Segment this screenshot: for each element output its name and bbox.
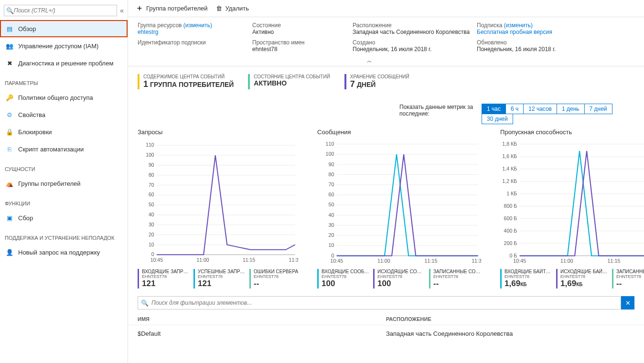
nav-label: Управление доступом (IAM) — [18, 43, 98, 50]
legend-label: ИСХОДЯЩИЕ БАЙТЫ (... — [560, 269, 608, 274]
collapse-essentials-icon[interactable]: ︽ — [138, 57, 601, 64]
trash-icon: 🗑 — [216, 5, 222, 12]
svg-text:1,6 КБ: 1,6 КБ — [502, 153, 517, 159]
diagnose-icon: ✖ — [6, 59, 13, 67]
filter-input-box[interactable]: 🔍 — [138, 296, 621, 310]
timespan-30d[interactable]: 30 дней — [482, 114, 513, 124]
svg-text:600 Б: 600 Б — [504, 215, 517, 221]
legend-value: -- — [254, 279, 298, 288]
svg-text:60: 60 — [329, 192, 334, 197]
nav-diagnose[interactable]: ✖ Диагностика и решение проблем — [0, 54, 128, 72]
legend-value: 100 — [377, 279, 425, 288]
legend-sub: EHNTEST78 — [616, 274, 644, 279]
nav-iam[interactable]: 👥 Управление доступом (IAM) — [0, 37, 128, 54]
chart-requests-svg[interactable]: 010203040506070809010011010:4511:0011:15… — [138, 140, 298, 265]
col-name[interactable]: ИМЯ — [138, 316, 386, 322]
rg-value[interactable]: ehtestrg — [138, 29, 247, 35]
consumer-groups-icon: ⛺ — [6, 180, 13, 187]
timespan-6h[interactable]: 6 ч — [505, 104, 524, 114]
subn-value[interactable]: Бесплатная пробная версия — [477, 29, 601, 35]
change-sub-link[interactable]: (изменить) — [504, 22, 533, 29]
legend-item: ЗАПИСАННЫЕ БАЙТЫ EHNTEST78 -- — [612, 269, 644, 288]
add-consumer-group-button[interactable]: ＋ Группа потребителей — [136, 3, 207, 13]
created-label: Создано — [353, 39, 472, 46]
legend-value: 100 — [322, 279, 369, 288]
svg-text:11:00: 11:00 — [560, 258, 573, 264]
legend-label: ЗАПИСАННЫЕ БАЙТЫ — [616, 269, 644, 274]
rg-label: Группа ресурсов (изменить) — [138, 22, 247, 29]
legend-value: 121 — [198, 279, 246, 288]
chart-requests: Запросы 010203040506070809010011010:4511… — [138, 128, 298, 288]
table-row[interactable]: $Default Западная часть Соединенного Кор… — [128, 325, 644, 342]
nav-properties[interactable]: ⚙ Свойства — [0, 106, 128, 123]
svg-text:11:15: 11:15 — [425, 258, 438, 264]
svg-text:50: 50 — [149, 202, 154, 207]
legend-value: 121 — [142, 279, 190, 288]
filter-clear-button[interactable]: ✕ — [621, 296, 634, 310]
svg-text:40: 40 — [149, 212, 154, 217]
legend-label: ИСХОДЯЩИЕ СООБЩЕ... — [377, 269, 425, 274]
iam-icon: 👥 — [6, 42, 13, 50]
chart-messages-svg[interactable]: 010203040506070809010011010:4511:0011:15… — [317, 140, 481, 265]
key-icon: 🔑 — [6, 94, 13, 101]
timespan-1d[interactable]: 1 день — [557, 104, 585, 114]
nav-label: Политики общего доступа — [18, 94, 93, 101]
created-value: Понедельник, 16 июля 2018 г. — [353, 46, 472, 53]
chart-title: Пропускная способность — [500, 128, 644, 136]
sidebar-search-input[interactable] — [14, 7, 115, 14]
change-rg-link[interactable]: (изменить) — [183, 22, 212, 29]
overview-icon: ▤ — [6, 25, 13, 32]
legend-item: УСПЕШНЫЕ ЗАПРОСЫ EHNTEST78 121 — [193, 269, 246, 288]
nav-overview[interactable]: ▤ Обзор — [0, 20, 128, 37]
collapse-sidebar-icon[interactable]: « — [120, 7, 124, 14]
legend-item: ИСХОДЯЩИЕ БАЙТЫ (... EHNTEST78 1,69КБ — [556, 269, 608, 288]
svg-text:40: 40 — [329, 212, 334, 218]
col-location[interactable]: РАСПОЛОЖЕНИЕ — [386, 316, 431, 322]
svg-text:11:15: 11:15 — [608, 258, 621, 264]
svg-text:0 Б: 0 Б — [509, 253, 517, 258]
svg-text:100: 100 — [326, 151, 334, 157]
svg-text:11:30: 11:30 — [289, 257, 298, 263]
timespan-7d[interactable]: 7 дней — [584, 104, 612, 114]
legend-label: ВХОДЯЩИЕ БАЙТЫ (... — [504, 269, 552, 274]
nav-consumer-groups[interactable]: ⛺ Группы потребителей — [0, 175, 128, 192]
nav-label: Диагностика и решение проблем — [18, 60, 113, 67]
svg-text:70: 70 — [329, 182, 334, 187]
nav-shared-access[interactable]: 🔑 Политики общего доступа — [0, 89, 128, 106]
section-support: ПОДДЕРЖКА И УСТРАНЕНИЕ НЕПОЛАДОК — [0, 226, 128, 244]
timespan-label: Показать данные метрик за последние: — [399, 104, 476, 117]
legend-sub: EHNTEST78 — [433, 274, 481, 279]
state-value: Активно — [252, 29, 348, 35]
svg-text:100: 100 — [146, 152, 154, 158]
legend-sub: EHNTEST78 — [322, 274, 369, 279]
svg-text:1,2 КБ: 1,2 КБ — [502, 178, 517, 184]
summary-cards: СОДЕРЖИМОЕ ЦЕНТРА СОБЫТИЙ 1ГРУППА ПОТРЕБ… — [128, 66, 644, 128]
nav-capture[interactable]: ▣ Сбор — [0, 209, 128, 226]
svg-text:20: 20 — [149, 232, 154, 237]
legend-sub: EHNTEST78 — [254, 274, 298, 279]
sidebar-search[interactable]: 🔍 — [4, 5, 117, 16]
legend-label: ЗАПИСАННЫЕ СОО... — [433, 269, 481, 274]
card-retention: ХРАНЕНИЕ СООБЩЕНИЙ 7ДНЕЙ — [344, 74, 409, 89]
svg-text:90: 90 — [329, 161, 334, 167]
svg-text:110: 110 — [326, 141, 334, 147]
timespan-1h[interactable]: 1 час — [482, 104, 506, 114]
nav-locks[interactable]: 🔒 Блокировки — [0, 123, 128, 140]
filter-input[interactable] — [151, 299, 618, 306]
svg-text:1,8 КБ: 1,8 КБ — [502, 141, 517, 147]
svg-text:60: 60 — [149, 192, 154, 197]
chart-throughput-svg[interactable]: 0 Б200 Б400 Б600 Б800 Б1 КБ1,2 КБ1,4 КБ1… — [500, 140, 644, 265]
nav-label: Блокировки — [18, 128, 52, 136]
charts-row: Запросы 010203040506070809010011010:4511… — [128, 128, 644, 288]
legends-messages: ВХОДЯЩИЕ СООБЩЕН... EHNTEST78 100 ИСХОДЯ… — [317, 269, 481, 288]
timespan-12h[interactable]: 12 часов — [523, 104, 557, 114]
legend-label: ВХОДЯЩИЕ СООБЩЕН... — [322, 269, 369, 274]
legend-sub: EHNTEST78 — [198, 274, 246, 279]
legend-item: ИСХОДЯЩИЕ СООБЩЕ... EHNTEST78 100 — [373, 269, 425, 288]
nav-automation-script[interactable]: ⎘ Скрипт автоматизации — [0, 140, 128, 158]
section-entities: СУЩНОСТИ — [0, 158, 128, 175]
nav-new-support[interactable]: 👤 Новый запрос на поддержку — [0, 244, 128, 261]
capture-icon: ▣ — [6, 214, 13, 222]
delete-button[interactable]: 🗑 Удалить — [216, 5, 249, 12]
btn-label: Группа потребителей — [146, 5, 207, 12]
